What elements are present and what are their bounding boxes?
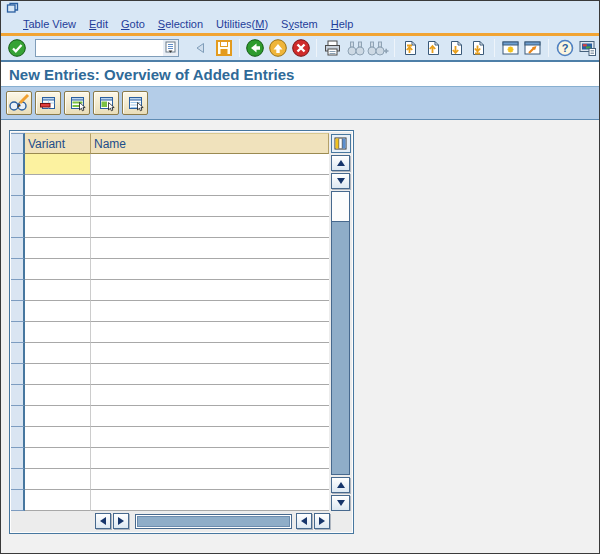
menu-system[interactable]: System bbox=[281, 18, 318, 30]
name-cell[interactable] bbox=[91, 280, 329, 301]
new-session-button[interactable] bbox=[499, 37, 522, 59]
scroll-left-button[interactable] bbox=[95, 513, 111, 529]
delete-row-button[interactable] bbox=[35, 91, 61, 115]
scroll-down-button[interactable] bbox=[331, 173, 350, 189]
scroll-down-bottom-button[interactable] bbox=[331, 495, 350, 511]
menu-selection[interactable]: Selection bbox=[158, 18, 203, 30]
scroll-left-end-button[interactable] bbox=[296, 513, 312, 529]
table-settings-button[interactable] bbox=[331, 134, 351, 153]
row-select-cell[interactable] bbox=[11, 301, 25, 322]
select-block-button[interactable] bbox=[93, 91, 119, 115]
menu-table-view[interactable]: Table View bbox=[23, 18, 76, 30]
variant-cell[interactable] bbox=[25, 343, 91, 364]
scroll-up-bottom-button[interactable] bbox=[331, 477, 350, 493]
find-next-button[interactable] bbox=[367, 37, 390, 59]
variant-cell[interactable] bbox=[25, 322, 91, 343]
row-select-cell[interactable] bbox=[11, 196, 25, 217]
row-select-cell[interactable] bbox=[11, 364, 25, 385]
select-all-button[interactable] bbox=[64, 91, 90, 115]
name-cell[interactable] bbox=[91, 385, 329, 406]
create-shortcut-button[interactable] bbox=[522, 37, 545, 59]
row-select-cell[interactable] bbox=[11, 469, 25, 490]
customize-layout-button[interactable] bbox=[576, 37, 599, 59]
row-select-cell[interactable] bbox=[11, 259, 25, 280]
row-select-cell[interactable] bbox=[11, 154, 25, 175]
name-cell[interactable] bbox=[91, 469, 329, 490]
name-cell[interactable] bbox=[91, 238, 329, 259]
name-cell[interactable] bbox=[91, 301, 329, 322]
variant-cell[interactable] bbox=[25, 448, 91, 469]
variant-cell[interactable] bbox=[25, 196, 91, 217]
row-select-cell[interactable] bbox=[11, 322, 25, 343]
first-page-button[interactable] bbox=[399, 37, 422, 59]
variant-cell[interactable] bbox=[25, 238, 91, 259]
variant-cell[interactable] bbox=[25, 385, 91, 406]
variant-cell[interactable] bbox=[25, 490, 91, 511]
help-button[interactable]: ? bbox=[553, 37, 576, 59]
command-history-button[interactable] bbox=[163, 40, 178, 56]
menu-edit[interactable]: Edit bbox=[89, 18, 108, 30]
enter-button[interactable] bbox=[6, 37, 29, 59]
change-display-button[interactable] bbox=[6, 91, 32, 115]
command-input[interactable] bbox=[36, 41, 164, 55]
row-select-cell[interactable] bbox=[11, 217, 25, 238]
variant-cell[interactable] bbox=[25, 217, 91, 238]
variant-cell[interactable] bbox=[25, 154, 91, 175]
column-header-name[interactable]: Name bbox=[91, 133, 329, 154]
previous-page-button[interactable] bbox=[421, 37, 444, 59]
collapse-command-button[interactable] bbox=[189, 37, 212, 59]
scroll-right-end-button[interactable] bbox=[314, 513, 330, 529]
menu-goto[interactable]: Goto bbox=[121, 18, 145, 30]
name-cell[interactable] bbox=[91, 154, 329, 175]
vertical-scroll-thumb[interactable] bbox=[332, 192, 349, 222]
variant-cell[interactable] bbox=[25, 406, 91, 427]
name-cell[interactable] bbox=[91, 322, 329, 343]
horizontal-scroll-thumb[interactable] bbox=[137, 516, 290, 527]
row-select-cell[interactable] bbox=[11, 343, 25, 364]
variant-cell[interactable] bbox=[25, 469, 91, 490]
scroll-right-button[interactable] bbox=[113, 513, 129, 529]
name-cell[interactable] bbox=[91, 364, 329, 385]
last-page-button[interactable] bbox=[467, 37, 490, 59]
save-button[interactable] bbox=[212, 37, 235, 59]
row-select-cell[interactable] bbox=[11, 406, 25, 427]
variant-cell[interactable] bbox=[25, 280, 91, 301]
back-button[interactable] bbox=[244, 37, 267, 59]
column-header-variant[interactable]: Variant bbox=[25, 133, 91, 154]
name-cell[interactable] bbox=[91, 427, 329, 448]
select-all-corner-cell[interactable] bbox=[11, 133, 25, 154]
print-button[interactable] bbox=[321, 37, 344, 59]
variant-cell[interactable] bbox=[25, 301, 91, 322]
row-select-cell[interactable] bbox=[11, 448, 25, 469]
name-cell[interactable] bbox=[91, 259, 329, 280]
variant-cell[interactable] bbox=[25, 175, 91, 196]
row-select-cell[interactable] bbox=[11, 427, 25, 448]
scroll-up-button[interactable] bbox=[331, 155, 350, 171]
back-icon bbox=[245, 38, 265, 58]
menu-help[interactable]: Help bbox=[331, 18, 354, 30]
next-page-button[interactable] bbox=[444, 37, 467, 59]
cancel-button[interactable] bbox=[290, 37, 313, 59]
name-cell[interactable] bbox=[91, 490, 329, 511]
row-select-cell[interactable] bbox=[11, 238, 25, 259]
name-cell[interactable] bbox=[91, 175, 329, 196]
variant-cell[interactable] bbox=[25, 259, 91, 280]
row-select-cell[interactable] bbox=[11, 490, 25, 511]
name-cell[interactable] bbox=[91, 406, 329, 427]
row-select-cell[interactable] bbox=[11, 175, 25, 196]
menu-utilities[interactable]: Utilities(M) bbox=[216, 18, 268, 30]
variant-cell[interactable] bbox=[25, 364, 91, 385]
vertical-scroll-track[interactable] bbox=[331, 191, 350, 475]
name-cell[interactable] bbox=[91, 448, 329, 469]
variant-cell[interactable] bbox=[25, 427, 91, 448]
name-cell[interactable] bbox=[91, 217, 329, 238]
horizontal-scroll-track[interactable] bbox=[135, 514, 292, 529]
name-cell[interactable] bbox=[91, 196, 329, 217]
exit-button[interactable] bbox=[267, 37, 290, 59]
deselect-all-button[interactable] bbox=[122, 91, 148, 115]
row-select-cell[interactable] bbox=[11, 280, 25, 301]
row-select-cell[interactable] bbox=[11, 385, 25, 406]
name-cell[interactable] bbox=[91, 343, 329, 364]
find-button[interactable] bbox=[344, 37, 367, 59]
find-next-icon bbox=[367, 39, 389, 57]
